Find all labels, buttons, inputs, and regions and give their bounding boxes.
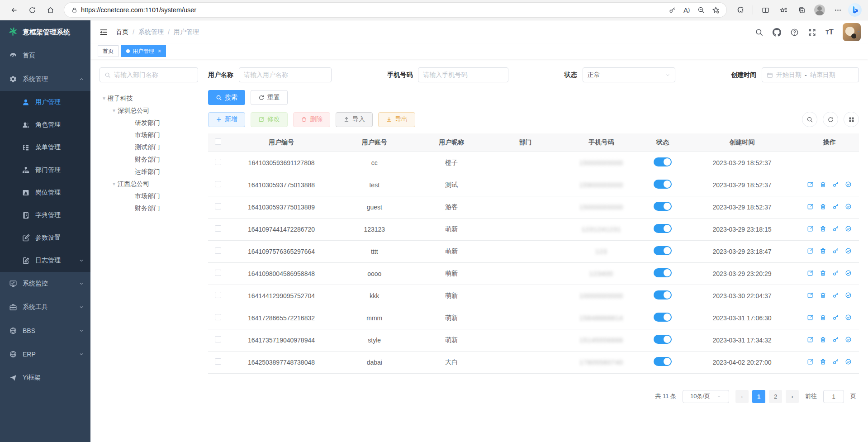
tree-node-市场部门[interactable]: 市场部门 <box>100 190 198 202</box>
row-checkbox[interactable] <box>215 270 221 276</box>
prev-page-button[interactable]: ‹ <box>735 390 749 403</box>
url-text[interactable]: https://ccnetcore.com:1101/system/user <box>81 6 666 14</box>
tree-node-市场部门[interactable]: 市场部门 <box>100 129 198 141</box>
status-toggle[interactable] <box>654 268 672 277</box>
fullscreen-icon[interactable] <box>808 28 816 37</box>
row-reset-password-button[interactable] <box>832 336 839 343</box>
browser-more-menu[interactable] <box>830 3 845 17</box>
row-edit-button[interactable] <box>807 314 814 321</box>
table-columns-button[interactable] <box>844 112 859 127</box>
tree-caret-icon[interactable]: ▼ <box>100 96 108 101</box>
breadcrumb-item[interactable]: 用户管理 <box>174 28 199 36</box>
zoom-out-icon[interactable] <box>695 3 707 17</box>
sidebar-item-字典管理[interactable]: 字典管理 <box>0 204 90 227</box>
sidebar-item-角色管理[interactable]: 角色管理 <box>0 114 90 136</box>
sidebar-item-系统管理[interactable]: 系统管理 <box>0 67 90 91</box>
row-checkbox[interactable] <box>215 247 221 254</box>
row-checkbox[interactable] <box>215 159 221 165</box>
status-toggle[interactable] <box>654 357 672 366</box>
sidebar-item-系统工具[interactable]: 系统工具 <box>0 295 90 319</box>
status-toggle[interactable] <box>654 290 672 299</box>
row-checkbox[interactable] <box>215 336 221 342</box>
status-toggle[interactable] <box>654 224 672 233</box>
row-reset-password-button[interactable] <box>832 358 839 365</box>
tab-用户管理[interactable]: 用户管理× <box>121 45 166 57</box>
tree-node-深圳总公司[interactable]: ▼深圳总公司 <box>100 105 198 117</box>
row-assign-role-button[interactable] <box>845 225 852 232</box>
sidebar-item-首页[interactable]: 首页 <box>0 44 90 67</box>
delete-button[interactable]: 删除 <box>293 112 330 127</box>
breadcrumb-item[interactable]: 首页 <box>116 28 128 36</box>
row-edit-button[interactable] <box>807 203 814 210</box>
modify-button[interactable]: 修改 <box>251 112 288 127</box>
tree-caret-icon[interactable]: ▼ <box>110 181 118 186</box>
tree-node-财务部门[interactable]: 财务部门 <box>100 202 198 214</box>
row-reset-password-button[interactable] <box>832 292 839 299</box>
sidebar-item-Yi框架[interactable]: Yi框架 <box>0 366 90 390</box>
font-size-icon[interactable]: TT <box>825 28 834 37</box>
favorites-list-icon[interactable] <box>776 3 791 17</box>
page-button-2[interactable]: 2 <box>769 390 782 403</box>
status-toggle[interactable] <box>654 157 672 166</box>
select-all-checkbox[interactable] <box>215 138 221 145</box>
sidebar-item-部门管理[interactable]: 部门管理 <box>0 159 90 181</box>
split-screen-icon[interactable] <box>758 3 773 17</box>
tab-首页[interactable]: 首页 <box>98 45 119 57</box>
username-input[interactable]: 请输入用户名称 <box>239 67 332 82</box>
sidebar-item-日志管理[interactable]: 日志管理 <box>0 249 90 272</box>
row-checkbox[interactable] <box>215 203 221 209</box>
sidebar-item-菜单管理[interactable]: 菜单管理 <box>0 136 90 159</box>
table-search-toggle-button[interactable] <box>802 112 817 127</box>
password-key-icon[interactable] <box>666 3 678 17</box>
import-button[interactable]: 导入 <box>336 112 373 127</box>
tree-node-运维部门[interactable]: 运维部门 <box>100 166 198 178</box>
search-button[interactable]: 搜索 <box>208 90 245 105</box>
export-button[interactable]: 导出 <box>378 112 415 127</box>
sidebar-item-用户管理[interactable]: 用户管理 <box>0 91 90 114</box>
browser-home-button[interactable] <box>43 3 58 17</box>
header-search-icon[interactable] <box>755 28 764 37</box>
page-size-select[interactable]: 10条/页 <box>683 390 729 403</box>
row-assign-role-button[interactable] <box>845 358 852 365</box>
row-edit-button[interactable] <box>807 358 814 365</box>
row-assign-role-button[interactable] <box>845 247 852 254</box>
avatar-caret-icon[interactable] <box>856 29 861 34</box>
row-delete-button[interactable] <box>820 292 826 299</box>
row-reset-password-button[interactable] <box>832 247 839 254</box>
row-delete-button[interactable] <box>820 314 826 321</box>
reset-button[interactable]: 重置 <box>251 90 288 105</box>
breadcrumb-item[interactable]: 系统管理 <box>138 28 164 36</box>
sidebar-item-参数设置[interactable]: 参数设置 <box>0 227 90 249</box>
row-delete-button[interactable] <box>820 225 826 232</box>
read-aloud-icon[interactable]: A) <box>680 3 693 17</box>
row-checkbox[interactable] <box>215 358 221 365</box>
status-toggle[interactable] <box>654 335 672 344</box>
row-reset-password-button[interactable] <box>832 203 839 210</box>
goto-page-input[interactable]: 1 <box>823 390 844 403</box>
tree-caret-icon[interactable]: ▼ <box>110 108 118 113</box>
next-page-button[interactable]: › <box>786 390 799 403</box>
browser-refresh-button[interactable] <box>24 3 40 17</box>
row-assign-role-button[interactable] <box>845 270 852 276</box>
status-select[interactable]: 正常 <box>583 67 675 82</box>
extensions-puzzle-icon[interactable] <box>733 3 748 17</box>
department-search-input[interactable]: 请输入部门名称 <box>100 67 198 82</box>
row-delete-button[interactable] <box>820 203 826 210</box>
address-bar[interactable]: https://ccnetcore.com:1101/system/user A… <box>64 3 726 17</box>
status-toggle[interactable] <box>654 180 672 189</box>
row-checkbox[interactable] <box>215 314 221 320</box>
row-edit-button[interactable] <box>807 270 814 276</box>
row-edit-button[interactable] <box>807 292 814 299</box>
sidebar-fold-icon[interactable] <box>98 26 109 38</box>
sidebar-item-系统监控[interactable]: 系统监控 <box>0 272 90 295</box>
phone-input[interactable]: 请输入手机号码 <box>418 67 508 82</box>
bing-chat-icon[interactable] <box>848 3 862 17</box>
row-assign-role-button[interactable] <box>845 314 852 321</box>
sidebar-item-BBS[interactable]: BBS <box>0 319 90 342</box>
page-button-1[interactable]: 1 <box>752 390 765 403</box>
tree-node-江西总公司[interactable]: ▼江西总公司 <box>100 178 198 190</box>
tree-node-测试部门[interactable]: 测试部门 <box>100 141 198 153</box>
row-delete-button[interactable] <box>820 358 826 365</box>
row-delete-button[interactable] <box>820 247 826 254</box>
add-button[interactable]: 新增 <box>208 112 245 127</box>
